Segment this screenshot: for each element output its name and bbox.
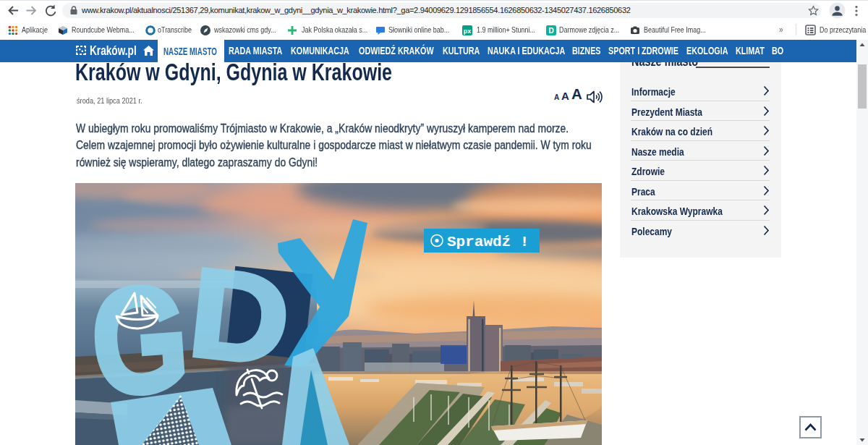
svg-text:Sprawdź !: Sprawdź ! [447,234,529,250]
svg-text:D: D [183,241,297,391]
svg-text:px: px [464,27,472,35]
svg-text:D: D [548,27,553,35]
